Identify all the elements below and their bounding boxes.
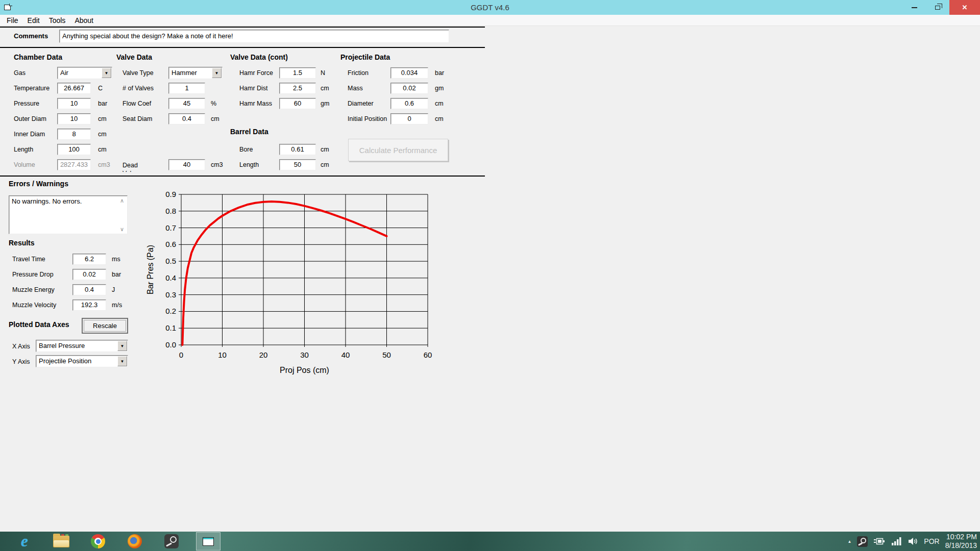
outer-diam-input[interactable]: 10 <box>57 113 91 124</box>
initial-position-input[interactable]: 0 <box>390 113 428 124</box>
flow-coef-unit: % <box>211 99 216 108</box>
restore-button[interactable] <box>926 0 949 15</box>
minimize-button[interactable] <box>902 0 926 15</box>
steam-tray-icon[interactable] <box>857 536 868 547</box>
rescale-button[interactable]: Rescale <box>82 318 128 334</box>
pressure-drop-label: Pressure Drop <box>12 270 54 279</box>
friction-label: Friction <box>348 69 369 77</box>
valve-data-header: Valve Data <box>116 53 152 61</box>
outer-diam-label: Outer Diam <box>14 115 46 123</box>
svg-text:0: 0 <box>179 350 183 359</box>
volume-icon[interactable] <box>908 537 918 545</box>
results-header: Results <box>9 239 35 247</box>
svg-text:10: 10 <box>218 350 227 359</box>
diameter-unit: cm <box>435 99 444 108</box>
diameter-input[interactable]: 0.6 <box>390 98 428 109</box>
initial-position-label: Initial Position <box>348 115 387 123</box>
gas-label: Gas <box>14 69 26 77</box>
network-icon[interactable] <box>891 537 902 546</box>
mass-input[interactable]: 0.02 <box>390 83 428 94</box>
separator <box>0 27 485 28</box>
volume-unit: cm3 <box>98 161 110 169</box>
firefox-icon[interactable] <box>122 532 147 550</box>
errors-warnings-textarea[interactable]: No warnings. No errors. ∧ ∨ <box>9 195 128 234</box>
hamr-dist-unit: cm <box>321 84 329 92</box>
bore-input[interactable]: 0.61 <box>279 144 316 155</box>
comments-input[interactable]: Anything special about the design? Make … <box>59 30 449 43</box>
temperature-input[interactable]: 26.667 <box>57 83 91 94</box>
hamr-force-label: Hamr Force <box>239 69 273 77</box>
barrel-data-header: Barrel Data <box>230 128 268 136</box>
mass-label: Mass <box>348 84 363 92</box>
chevron-down-icon[interactable]: ▼ <box>102 68 111 78</box>
hamr-mass-input[interactable]: 60 <box>279 98 316 109</box>
barrel-length-input[interactable]: 50 <box>279 159 316 170</box>
performance-chart: 01020304050600.00.10.20.30.40.50.60.70.8… <box>143 181 439 390</box>
svg-text:60: 60 <box>424 350 432 359</box>
minimize-icon <box>912 7 917 8</box>
initial-position-unit: cm <box>435 115 444 123</box>
chevron-down-icon[interactable]: ▼ <box>212 68 222 78</box>
chevron-down-icon[interactable]: ▼ <box>117 356 127 366</box>
valve-type-label: Valve Type <box>122 69 154 77</box>
pressure-input[interactable]: 10 <box>57 98 91 109</box>
muzzle-energy-label: Muzzle Energy <box>12 286 55 294</box>
mass-unit: gm <box>435 84 444 92</box>
volume-output: 2827.433 <box>57 159 91 170</box>
scroll-down-icon[interactable]: ∨ <box>118 226 126 233</box>
desktop: GGDT v4.6 ✕ File Edit Tools About Commen… <box>0 0 980 551</box>
seat-diam-input[interactable]: 0.4 <box>168 113 205 124</box>
calculate-performance-button[interactable]: Calculate Performance <box>348 139 448 161</box>
scroll-up-icon[interactable]: ∧ <box>118 197 126 204</box>
temperature-label: Temperature <box>14 84 50 92</box>
separator <box>0 47 485 48</box>
close-button[interactable]: ✕ <box>949 0 980 15</box>
hamr-mass-unit: gm <box>321 99 329 108</box>
steam-icon[interactable] <box>159 532 184 550</box>
seat-diam-unit: cm <box>211 115 219 123</box>
chevron-down-icon[interactable]: ▼ <box>117 341 127 351</box>
window-title: GGDT v4.6 <box>0 0 980 15</box>
menu-tools[interactable]: Tools <box>44 15 70 26</box>
power-icon[interactable] <box>873 537 886 545</box>
hamr-force-input[interactable]: 1.5 <box>279 67 316 79</box>
svg-text:0.9: 0.9 <box>165 190 176 198</box>
dead-vol-input[interactable]: 40 <box>168 159 205 170</box>
internet-explorer-icon[interactable]: e <box>12 532 37 550</box>
muzzle-velocity-label: Muzzle Velocity <box>12 301 56 309</box>
inner-diam-input[interactable]: 8 <box>57 129 91 140</box>
valve-type-select[interactable]: Hammer ▼ <box>168 67 223 79</box>
svg-text:20: 20 <box>259 350 268 359</box>
gas-select[interactable]: Air ▼ <box>57 67 112 79</box>
hamr-dist-input[interactable]: 2.5 <box>279 83 316 94</box>
flow-coef-input[interactable]: 45 <box>168 98 205 109</box>
menu-about[interactable]: About <box>70 15 98 26</box>
menu-file[interactable]: File <box>2 15 23 26</box>
svg-text:0.2: 0.2 <box>165 307 176 315</box>
barrel-length-label: Length <box>239 161 259 169</box>
menu-edit[interactable]: Edit <box>23 15 44 26</box>
volume-label: Volume <box>14 161 35 169</box>
x-axis-select[interactable]: Barrel Pressure ▼ <box>36 340 128 352</box>
y-axis-select[interactable]: Projectile Position ▼ <box>36 355 128 367</box>
language-indicator[interactable]: POR <box>924 537 939 545</box>
y-axis-label: Y Axis <box>12 358 30 366</box>
svg-text:0.7: 0.7 <box>165 223 176 232</box>
chrome-icon[interactable] <box>86 532 110 550</box>
file-explorer-icon[interactable] <box>49 532 74 550</box>
svg-text:0.6: 0.6 <box>165 240 176 248</box>
clock[interactable]: 10:02 PM 8/18/2013 <box>945 533 977 550</box>
chamber-length-input[interactable]: 100 <box>57 144 91 155</box>
travel-time-output: 6.2 <box>72 254 106 265</box>
hamr-mass-label: Hamr Mass <box>239 99 272 108</box>
diameter-label: Diameter <box>348 99 374 108</box>
inner-diam-label: Inner Diam <box>14 130 45 138</box>
flow-coef-label: Flow Coef <box>122 99 151 108</box>
seat-diam-label: Seat Diam <box>122 115 152 123</box>
restore-icon <box>935 6 940 10</box>
chamber-data-header: Chamber Data <box>14 53 62 61</box>
hidden-icons-chevron[interactable]: ▲ <box>847 539 851 544</box>
friction-input[interactable]: 0.034 <box>390 67 428 79</box>
ggdt-taskbar-button[interactable] <box>196 532 220 550</box>
num-valves-input[interactable]: 1 <box>168 83 205 94</box>
